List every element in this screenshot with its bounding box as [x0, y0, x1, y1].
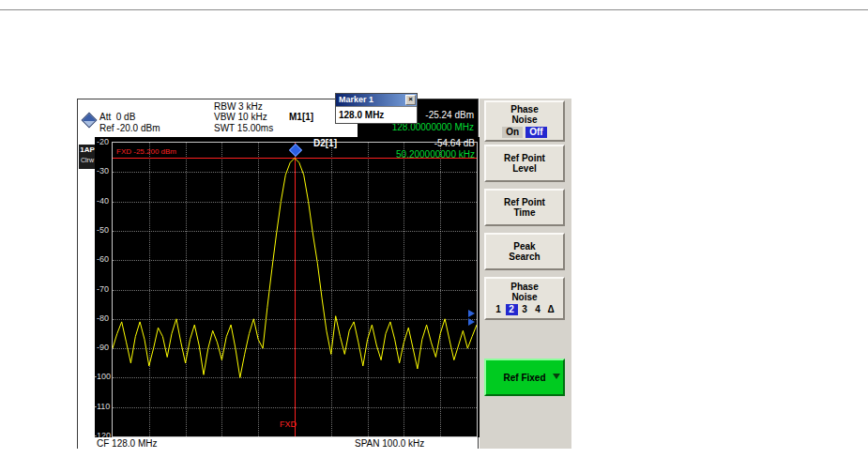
toggle-option-on[interactable]: On — [502, 127, 523, 138]
attenuation-readout: Att 0 dB — [99, 112, 135, 122]
y-axis-label: -60 — [94, 254, 109, 264]
page-top-rule — [0, 9, 868, 10]
y-axis-label: -90 — [94, 343, 109, 352]
fxd-level-label: FXD -25.200 dBm — [116, 147, 176, 156]
dialog-close-button[interactable]: × — [405, 95, 416, 105]
selector-option-delta[interactable]: Δ — [545, 304, 557, 315]
softkey-phase-noise-on-off[interactable]: Phase Noise On Off — [484, 100, 565, 142]
selector-option-2[interactable]: 2 — [506, 304, 518, 315]
softkey-label: Phase — [510, 104, 538, 114]
on-off-toggle: On Off — [502, 127, 546, 138]
marker-frequency-input[interactable]: 128.0 MHz — [336, 106, 417, 123]
y-axis-label: -100 — [94, 372, 109, 381]
chevron-right-icon — [468, 318, 475, 326]
span-readout: SPAN 100.0 kHz — [355, 437, 424, 450]
softkey-label: Ref Point — [504, 197, 545, 207]
softkey-label: Time — [513, 207, 535, 218]
y-axis-label: -30 — [94, 166, 109, 176]
display-footer: CF 128.0 MHz SPAN 100.0 kHz — [78, 437, 478, 450]
rbw-readout: RBW 3 kHz — [214, 101, 263, 112]
fxd-frequency-label: FXD — [280, 420, 297, 429]
y-axis-label: -50 — [94, 225, 109, 235]
softkey-label: Level — [512, 163, 537, 174]
y-axis-label: -20 — [94, 137, 109, 146]
trace-mode: Clrw — [79, 156, 96, 165]
marker-selector: 1 2 3 4 Δ — [493, 304, 557, 315]
grid-area: FXD -25.200 dBm FXD — [112, 142, 478, 437]
softkey-label: Phase — [510, 282, 538, 292]
softkey-label: Noise — [511, 114, 537, 125]
logo-diamond-icon — [82, 113, 98, 129]
selector-option-1[interactable]: 1 — [493, 304, 505, 315]
rohde-schwarz-logo — [82, 113, 96, 127]
softkey-label: Peak — [513, 241, 535, 252]
softkey-label: Ref Fixed — [503, 373, 545, 383]
y-axis-label: -40 — [94, 196, 109, 206]
dialog-title-bar[interactable]: Marker 1 × — [336, 94, 417, 106]
selector-option-3[interactable]: 3 — [519, 304, 531, 315]
y-axis-label: -80 — [94, 313, 109, 323]
swt-readout: SWT 15.00ms — [214, 123, 273, 133]
delta-marker-name: D2[1] — [313, 138, 337, 148]
analyzer-display: Att 0 dB Ref -20.0 dBm RBW 3 kHz VBW 10 … — [77, 99, 479, 449]
dialog-title: Marker 1 — [339, 95, 373, 104]
submenu-arrow-icon — [553, 374, 560, 379]
y-axis-labels: -20-30-40-50-60-70-80-90-100-110-120 — [95, 137, 110, 437]
y-axis-label: -70 — [94, 284, 109, 294]
toggle-option-off[interactable]: Off — [525, 127, 546, 138]
marker1-name: M1[1] — [289, 112, 313, 122]
marker1-dialog: Marker 1 × 128.0 MHz — [335, 93, 418, 124]
center-frequency-readout: CF 128.0 MHz — [97, 437, 157, 450]
spectrum-analyzer-screenshot: Att 0 dB Ref -20.0 dBm RBW 3 kHz VBW 10 … — [77, 93, 571, 449]
trace-plot — [113, 143, 477, 436]
softkey-ref-fixed[interactable]: Ref Fixed — [484, 359, 565, 396]
softkey-phase-noise-marker-select[interactable]: Phase Noise 1 2 3 4 Δ — [484, 277, 565, 320]
softkey-label: Search — [509, 252, 540, 262]
softkey-panel: Phase Noise On Off Ref Point Level Ref P… — [480, 99, 571, 449]
softkey-ref-point-level[interactable]: Ref Point Level — [484, 145, 565, 182]
ref-level-readout: Ref -20.0 dBm — [99, 123, 160, 133]
trace-info-box: 1AP Clrw — [79, 145, 96, 169]
delta-marker-offscreen-indicator-icon — [468, 310, 475, 327]
marker1-level: -25.24 dBm — [425, 110, 474, 120]
softkey-peak-search[interactable]: Peak Search — [484, 233, 565, 270]
chevron-right-icon — [468, 310, 475, 317]
y-axis-label: -110 — [94, 402, 109, 411]
delta-marker-level: -54.64 dB — [434, 138, 475, 148]
display-header: Att 0 dB Ref -20.0 dBm RBW 3 kHz VBW 10 … — [78, 99, 478, 137]
delta-marker-frequency: 50.200000000 kHz — [396, 149, 475, 160]
vbw-readout: VBW 10 kHz — [214, 112, 267, 122]
selector-option-4[interactable]: 4 — [532, 304, 544, 315]
softkey-label: Ref Point — [504, 153, 545, 163]
measurement-diagram: -20-30-40-50-60-70-80-90-100-110-120 FXD… — [95, 137, 480, 437]
softkey-label: Noise — [511, 292, 537, 302]
softkey-ref-point-time[interactable]: Ref Point Time — [484, 189, 565, 226]
